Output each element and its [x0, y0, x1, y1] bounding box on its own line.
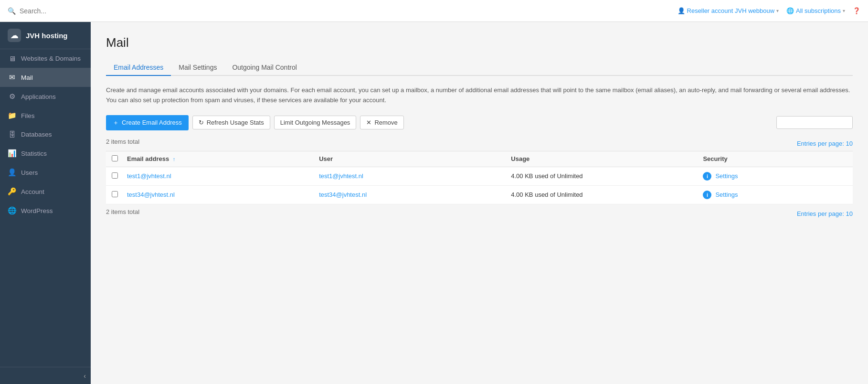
col-header-email[interactable]: Email address ↑: [127, 155, 319, 162]
refresh-usage-stats-button[interactable]: ↻ Refresh Usage Stats: [192, 116, 270, 129]
toolbar: ＋ Create Email Address ↻ Refresh Usage S…: [106, 115, 853, 130]
applications-icon: ⚙: [8, 92, 16, 101]
wordpress-icon: 🌐: [8, 206, 16, 215]
chevron-down-icon: ▾: [776, 8, 779, 13]
search-box: 🔍: [8, 7, 199, 15]
info-icon-1[interactable]: i: [703, 172, 711, 181]
sidebar-item-statistics[interactable]: 📊 Statistics: [0, 144, 91, 163]
remove-icon: ✕: [366, 119, 371, 126]
help-icon[interactable]: ❓: [853, 7, 860, 14]
tab-outgoing-mail-control[interactable]: Outgoing Mail Control: [224, 60, 304, 76]
sort-arrow-icon: ↑: [173, 156, 176, 162]
table-row: test34@jvhtest.nl test34@jvhtest.nl 4.00…: [106, 186, 853, 204]
user-link-2[interactable]: test34@jvhtest.nl: [319, 191, 367, 198]
entries-per-page-top: Entries per page: 10: [797, 140, 853, 147]
page-title: Mail: [106, 35, 853, 50]
checkbox-all[interactable]: [112, 155, 118, 161]
checkbox-row-1[interactable]: [112, 172, 118, 179]
sidebar-item-mail[interactable]: ✉ Mail: [0, 68, 91, 87]
info-icon-2[interactable]: i: [703, 191, 711, 199]
items-total-top: 2 items total: [106, 138, 139, 145]
search-icon: 🔍: [8, 7, 16, 15]
top-right-nav: 👤 Reseller account JVH webbouw ▾ 🌐 All s…: [677, 7, 860, 14]
limit-outgoing-messages-button[interactable]: Limit Outgoing Messages: [274, 116, 357, 129]
select-all-checkbox[interactable]: [112, 155, 127, 163]
user-icon: 👤: [677, 7, 685, 14]
user-link-1[interactable]: test1@jvhtest.nl: [319, 172, 363, 180]
globe-icon: 🌐: [786, 7, 794, 14]
row-user-2: test34@jvhtest.nl: [319, 191, 511, 198]
tab-mail-settings[interactable]: Mail Settings: [171, 60, 224, 76]
sidebar-collapse-button[interactable]: ‹: [0, 367, 91, 384]
websites-icon: 🖥: [8, 54, 16, 63]
main-content: Mail Email Addresses Mail Settings Outgo…: [91, 22, 868, 384]
table-row: test1@jvhtest.nl test1@jvhtest.nl 4.00 K…: [106, 167, 853, 186]
row-user-1: test1@jvhtest.nl: [319, 172, 511, 180]
search-input[interactable]: [20, 7, 199, 15]
users-icon: 👤: [8, 168, 16, 177]
col-header-user: User: [319, 155, 511, 162]
sidebar-logo: ☁ JVH hosting: [0, 22, 91, 49]
sidebar-item-wordpress[interactable]: 🌐 WordPress: [0, 201, 91, 220]
tabs-bar: Email Addresses Mail Settings Outgoing M…: [106, 60, 853, 76]
collapse-icon: ‹: [84, 372, 86, 380]
sidebar-item-applications[interactable]: ⚙ Applications: [0, 87, 91, 106]
top-meta: 2 items total Entries per page: 10: [106, 138, 853, 149]
subscriptions-link[interactable]: 🌐 All subscriptions ▾: [786, 7, 845, 14]
entries-per-page-bottom: Entries per page: 10: [797, 210, 853, 217]
settings-link-1[interactable]: Settings: [715, 172, 738, 180]
description-text: Create and manage email accounts associa…: [106, 85, 853, 106]
account-icon: 🔑: [8, 187, 16, 196]
row-email-1: test1@jvhtest.nl: [127, 172, 319, 180]
refresh-icon: ↻: [199, 119, 204, 126]
chevron-down-icon: ▾: [843, 8, 845, 13]
logo-icon: ☁: [8, 29, 21, 42]
tab-email-addresses[interactable]: Email Addresses: [106, 60, 171, 76]
row-checkbox-2[interactable]: [112, 191, 127, 199]
checkbox-row-2[interactable]: [112, 191, 118, 197]
sidebar-item-websites-domains[interactable]: 🖥 Websites & Domains: [0, 49, 91, 68]
sidebar-item-files[interactable]: 📁 Files: [0, 106, 91, 125]
top-header: 🔍 👤 Reseller account JVH webbouw ▾ 🌐 All…: [0, 0, 868, 22]
row-checkbox-1[interactable]: [112, 172, 127, 180]
email-link-1[interactable]: test1@jvhtest.nl: [127, 172, 171, 180]
sidebar: ☁ JVH hosting 🖥 Websites & Domains ✉ Mai…: [0, 22, 91, 384]
row-usage-2: 4.00 KB used of Unlimited: [511, 191, 703, 198]
row-security-2: i Settings: [703, 191, 847, 199]
col-header-security: Security: [703, 155, 847, 162]
databases-icon: 🗄: [8, 130, 16, 139]
email-link-2[interactable]: test34@jvhtest.nl: [127, 191, 175, 198]
create-email-address-button[interactable]: ＋ Create Email Address: [106, 115, 189, 130]
layout: ☁ JVH hosting 🖥 Websites & Domains ✉ Mai…: [0, 22, 868, 384]
filter-input[interactable]: [776, 116, 853, 129]
entries-per-page-value-bottom[interactable]: 10: [846, 210, 853, 217]
bottom-meta: 2 items total Entries per page: 10: [106, 206, 853, 219]
sidebar-item-databases[interactable]: 🗄 Databases: [0, 125, 91, 144]
statistics-icon: 📊: [8, 149, 16, 158]
col-header-usage: Usage: [511, 155, 703, 162]
sidebar-item-users[interactable]: 👤 Users: [0, 163, 91, 182]
table-header: Email address ↑ User Usage Security: [106, 151, 853, 167]
entries-per-page-value-top[interactable]: 10: [846, 140, 853, 147]
row-usage-1: 4.00 KB used of Unlimited: [511, 172, 703, 180]
row-security-1: i Settings: [703, 172, 847, 181]
files-icon: 📁: [8, 111, 16, 120]
settings-link-2[interactable]: Settings: [715, 191, 738, 198]
sidebar-item-account[interactable]: 🔑 Account: [0, 182, 91, 201]
mail-icon: ✉: [8, 73, 16, 82]
plus-icon: ＋: [113, 118, 119, 127]
reseller-account-link[interactable]: 👤 Reseller account JVH webbouw ▾: [677, 7, 779, 14]
items-total-bottom: 2 items total: [106, 208, 139, 215]
remove-button[interactable]: ✕ Remove: [360, 116, 403, 129]
row-email-2: test34@jvhtest.nl: [127, 191, 319, 198]
